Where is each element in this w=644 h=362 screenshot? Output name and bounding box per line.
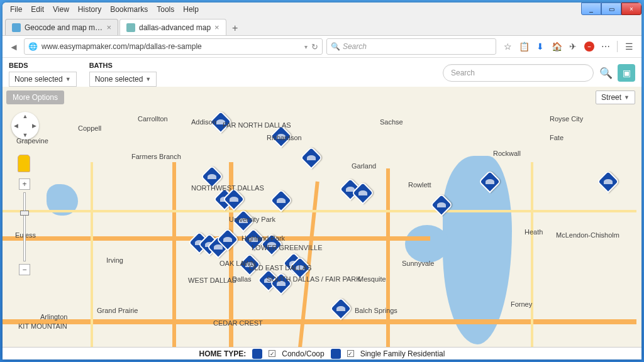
zoom-in-button[interactable]: + [19, 178, 30, 190]
new-tab-button[interactable]: + [228, 21, 243, 35]
more-options-button[interactable]: More Options [6, 90, 64, 104]
url-text: www.easymapmaker.com/map/dallas-re-sampl… [42, 42, 301, 51]
chevron-down-icon: ▼ [624, 94, 630, 101]
chevron-down-icon: ▼ [65, 76, 71, 82]
city-label: Heath [525, 228, 543, 236]
tab-dallas[interactable]: dallas-advanced map × [119, 19, 226, 35]
url-field[interactable]: 🌐 www.easymapmaker.com/map/dallas-re-sam… [24, 38, 323, 55]
browser-search-field[interactable]: 🔍 Search [326, 38, 496, 55]
map-type-dropdown[interactable]: Street ▼ [596, 90, 635, 104]
bookmark-star-icon[interactable]: ☆ [502, 41, 513, 52]
menu-history[interactable]: History [74, 4, 105, 15]
zoom-slider[interactable] [23, 192, 26, 261]
city-label: Addison [191, 118, 216, 126]
address-toolbar: ◄ 🌐 www.easymapmaker.com/map/dallas-re-s… [3, 36, 641, 58]
send-icon[interactable]: ✈ [568, 41, 578, 52]
city-label: Fate [550, 134, 564, 141]
map-pin[interactable] [597, 170, 620, 194]
more-icon[interactable]: ⋯ [601, 41, 611, 52]
city-label: Mesquite [358, 275, 386, 283]
map-app: BEDS None selected ▼ BATHS None selected… [3, 58, 641, 359]
clipboard-icon[interactable]: 📋 [519, 41, 529, 52]
city-label: Sachse [380, 118, 403, 126]
city-label: Rowlett [408, 181, 431, 189]
dropdown-icon[interactable]: ▾ [304, 43, 308, 50]
city-label: KIT MOUNTAIN [18, 322, 67, 330]
city-label: CEDAR CREST [213, 319, 263, 327]
menu-help[interactable]: Help [179, 4, 203, 15]
city-label: Royse City [550, 115, 583, 123]
zoom-thumb[interactable] [20, 211, 29, 216]
adblock-icon[interactable]: – [584, 41, 594, 52]
menu-file[interactable]: File [6, 4, 26, 15]
pegman-icon[interactable] [18, 155, 30, 172]
map-search-input[interactable]: Search [443, 64, 594, 82]
close-icon[interactable]: × [214, 23, 219, 32]
city-label: OLD EAST DALLAS [249, 264, 311, 272]
map-pin[interactable] [270, 189, 293, 212]
chevron-down-icon: ▼ [145, 76, 151, 82]
menu-edit[interactable]: Edit [27, 4, 48, 15]
map-tiles: GrapevineCoppellCarrolltonAddisonFAR NOR… [3, 87, 641, 359]
city-label: Forney [511, 300, 532, 308]
favicon-icon [12, 23, 21, 32]
city-label: Rockwall [493, 150, 521, 157]
city-label: Sunnyvale [402, 260, 434, 267]
window-maximize-button[interactable]: ▭ [601, 3, 621, 15]
map-pin[interactable] [300, 146, 323, 170]
checkbox-condo[interactable]: ✓ [269, 350, 275, 357]
pan-control[interactable]: ▲ ◀▶ ▼ [11, 112, 39, 140]
window-close-button[interactable]: × [621, 3, 641, 15]
legend-pin-icon [331, 349, 341, 359]
hamburger-menu-icon[interactable]: ☰ [624, 41, 634, 52]
browser-tabs: Geocode and map multipl... × dallas-adva… [3, 16, 641, 36]
reload-icon[interactable]: ↻ [311, 42, 318, 52]
city-label: Farmers Branch [131, 153, 181, 160]
map-canvas[interactable]: More Options ▲ ◀▶ ▼ + − Street ▼ [3, 87, 641, 359]
menu-bookmarks[interactable]: Bookmarks [106, 4, 152, 15]
city-label: NORTHWEST DALLAS [191, 184, 264, 192]
city-label: McLendon-Chisholm [556, 231, 619, 239]
beds-label: BEDS [9, 62, 77, 69]
download-icon[interactable]: ⬇ [535, 41, 545, 52]
globe-icon: 🌐 [28, 42, 38, 51]
tab-title: dallas-advanced map [139, 23, 211, 32]
menu-view[interactable]: View [49, 4, 73, 15]
beds-dropdown[interactable]: None selected ▼ [9, 72, 77, 87]
legend-label: HOME TYPE: [199, 349, 247, 358]
zoom-out-button[interactable]: − [19, 264, 30, 275]
layers-button[interactable]: ▣ [618, 64, 635, 82]
filter-bar: BEDS None selected ▼ BATHS None selected… [3, 58, 641, 87]
pan-right-icon[interactable]: ▶ [32, 123, 36, 129]
zoom-control: + − [19, 178, 30, 275]
city-label: University Park [229, 216, 275, 223]
close-icon[interactable]: × [106, 23, 111, 32]
browser-search-placeholder: Search [343, 42, 492, 51]
window-minimize-button[interactable]: _ [581, 3, 601, 15]
tab-geocode[interactable]: Geocode and map multipl... × [5, 19, 118, 35]
baths-dropdown[interactable]: None selected ▼ [89, 72, 157, 87]
map-type-value: Street [601, 93, 621, 102]
pan-down-icon[interactable]: ▼ [23, 132, 28, 138]
pan-left-icon[interactable]: ◀ [14, 123, 18, 129]
city-label: FAR NORTH DALLAS [223, 121, 291, 129]
legend-pin-icon [252, 349, 262, 359]
map-pin[interactable] [330, 297, 353, 321]
legend-bar: HOME TYPE: ✓ Condo/Coop ✓ Single Family … [3, 347, 641, 359]
search-icon[interactable]: 🔍 [597, 65, 614, 81]
back-button[interactable]: ◄ [8, 40, 20, 53]
city-label: Garland [352, 162, 376, 170]
city-label: Coppell [78, 124, 101, 132]
menu-tools[interactable]: Tools [153, 4, 178, 15]
pan-up-icon[interactable]: ▲ [23, 113, 28, 119]
favicon-icon [126, 23, 135, 32]
city-label: Highland Park [242, 234, 285, 242]
legend-item-sfr: Single Family Residential [360, 349, 445, 358]
city-label: LOWER GREENVILLE [252, 244, 322, 251]
browser-menubar: File Edit View History Bookmarks Tools H… [3, 3, 641, 16]
city-label: Carrollton [138, 115, 168, 123]
checkbox-sfr[interactable]: ✓ [347, 350, 354, 357]
home-icon[interactable]: 🏠 [552, 41, 562, 52]
beds-value: None selected [14, 75, 63, 84]
city-label: WEST DALLAS [188, 277, 236, 284]
